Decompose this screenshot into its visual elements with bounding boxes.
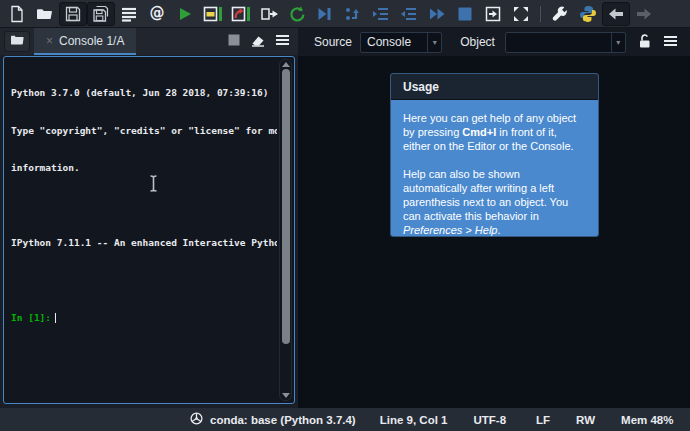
run-file-button[interactable] — [171, 2, 199, 26]
interrupt-kernel-button[interactable] — [222, 31, 246, 53]
rerun-icon — [288, 5, 306, 23]
console-line: IPython 7.11.1 -- An enhanced Interactiv… — [11, 237, 277, 250]
save-all-icon — [92, 5, 111, 23]
eraser-icon — [250, 33, 266, 50]
save-button[interactable] — [59, 2, 87, 26]
file-switcher-button[interactable] — [115, 2, 143, 26]
save-all-button[interactable] — [87, 2, 115, 26]
browse-tabs-icon — [10, 34, 24, 49]
tab-close-icon[interactable]: × — [46, 34, 53, 48]
console-options-menu-button[interactable] — [270, 31, 294, 53]
usage-p2-text: Help can also be shown automatically aft… — [403, 168, 568, 222]
object-combobox[interactable]: ▾ — [505, 32, 626, 53]
spyder-window: @ × Console 1/A — [0, 0, 690, 431]
new-file-button[interactable] — [3, 2, 31, 26]
step-return-icon — [400, 5, 418, 23]
debug-file-button[interactable] — [311, 2, 339, 26]
rerun-cell-button[interactable] — [283, 2, 311, 26]
conda-package-icon — [190, 412, 203, 427]
step-into-button[interactable] — [367, 2, 395, 26]
open-folder-icon — [36, 5, 54, 23]
console-prompt-row: In [1]: — [11, 312, 277, 325]
run-cell-icon — [203, 5, 223, 23]
console-line: Python 3.7.0 (default, Jun 28 2018, 07:3… — [11, 87, 277, 100]
source-dropdown[interactable]: Console ▾ — [360, 32, 442, 53]
chevron-down-icon: ▾ — [611, 33, 625, 52]
fullscreen-button[interactable] — [507, 2, 535, 26]
console-text: Python 3.7.0 (default, Jun 28 2018, 07:3… — [11, 62, 277, 399]
open-file-button[interactable] — [31, 2, 59, 26]
step-button[interactable] — [339, 2, 367, 26]
console-prompt: In [1]: — [11, 312, 51, 325]
hamburger-menu-icon — [663, 35, 678, 50]
browse-tabs-button[interactable] — [4, 31, 30, 52]
help-options-menu-button[interactable] — [660, 31, 682, 53]
console-tabbar: × Console 1/A — [0, 28, 298, 55]
interrupt-square-icon — [228, 34, 240, 49]
run-selection-button[interactable] — [255, 2, 283, 26]
console-line — [11, 275, 277, 288]
source-dropdown-value: Console — [367, 35, 411, 49]
stop-button[interactable] — [451, 2, 479, 26]
scrollbar-thumb[interactable] — [282, 69, 290, 344]
back-arrow-icon — [607, 5, 625, 23]
python-environment-button[interactable] — [574, 2, 602, 26]
lock-button[interactable] — [634, 31, 656, 53]
hamburger-menu-icon — [275, 34, 290, 49]
debug-icon — [316, 5, 334, 23]
scroll-down-arrow-icon[interactable] — [282, 393, 290, 398]
usage-p2-text: . — [497, 224, 500, 236]
run-cell-button[interactable] — [199, 2, 227, 26]
maximize-pane-icon — [484, 5, 502, 23]
cursor-position-status: Line 9, Col 1 — [380, 414, 448, 426]
console-output-area[interactable]: Python 3.7.0 (default, Jun 28 2018, 07:3… — [3, 56, 295, 404]
main-toolbar: @ — [0, 0, 690, 28]
run-cell-advance-icon — [231, 5, 251, 23]
python-logo-icon — [579, 5, 597, 23]
console-line — [11, 200, 277, 213]
save-icon — [64, 5, 82, 23]
step-return-button[interactable] — [395, 2, 423, 26]
usage-paragraph-1: Here you can get help of any object by p… — [403, 111, 586, 153]
console-line: information. — [11, 162, 277, 175]
forward-arrow-icon — [635, 5, 653, 23]
memory-usage-status: Mem 48% — [621, 414, 673, 426]
toolbar-separator — [540, 6, 541, 22]
source-label: Source — [314, 35, 352, 49]
wrench-icon — [551, 5, 569, 23]
run-icon — [176, 5, 194, 23]
conda-environment-status: conda: base (Python 3.7.4) — [190, 412, 356, 427]
fullscreen-icon — [512, 5, 530, 23]
find-symbols-button[interactable]: @ — [143, 2, 171, 26]
forward-button[interactable] — [630, 2, 658, 26]
status-bar: conda: base (Python 3.7.4) Line 9, Col 1… — [0, 408, 690, 431]
usage-shortcut: Cmd+I — [462, 126, 496, 138]
maximize-pane-button[interactable] — [479, 2, 507, 26]
tab-console-1a[interactable]: × Console 1/A — [34, 28, 136, 55]
text-caret — [55, 313, 56, 323]
object-label: Object — [460, 35, 495, 49]
file-list-icon — [120, 5, 138, 23]
tab-label: Console 1/A — [59, 34, 124, 48]
at-symbol-icon: @ — [150, 6, 165, 21]
stop-icon — [456, 5, 474, 23]
usage-card-body: Here you can get help of any object by p… — [391, 100, 598, 237]
step-into-icon — [372, 5, 390, 23]
continue-icon — [428, 5, 446, 23]
permissions-status: RW — [576, 414, 595, 426]
continue-button[interactable] — [423, 2, 451, 26]
line-ending-status: LF — [536, 414, 550, 426]
run-cell-advance-button[interactable] — [227, 2, 255, 26]
step-icon — [344, 5, 362, 23]
preferences-button[interactable] — [546, 2, 574, 26]
run-selection-icon — [260, 5, 279, 23]
ipython-console-pane: × Console 1/A Python 3.7.0 (default, Jun… — [0, 28, 298, 408]
usage-paragraph-2: Help can also be shown automatically aft… — [403, 167, 586, 237]
back-button[interactable] — [602, 2, 630, 26]
scroll-up-arrow-icon[interactable] — [282, 62, 290, 67]
remove-variables-button[interactable] — [246, 31, 270, 53]
new-file-icon — [8, 5, 26, 23]
console-scrollbar[interactable] — [279, 59, 292, 401]
usage-card: Usage Here you can get help of any objec… — [390, 73, 599, 237]
encoding-status: UTF-8 — [473, 414, 506, 426]
